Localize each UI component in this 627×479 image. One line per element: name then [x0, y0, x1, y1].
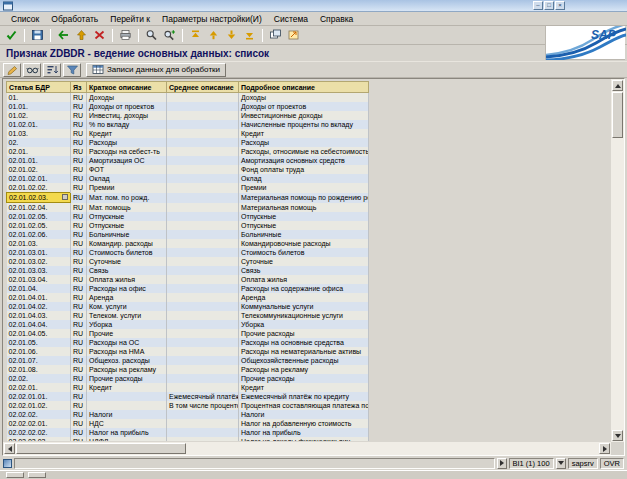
- table-row[interactable]: 02.01.RUРасходы на себест-тьРасходы, отн…: [7, 147, 369, 156]
- table-cell[interactable]: RU: [71, 120, 87, 129]
- table-cell[interactable]: Прочие расходы: [239, 374, 369, 383]
- table-cell[interactable]: Стоимость билетов: [87, 248, 167, 257]
- table-cell[interactable]: Командир. расходы: [87, 239, 167, 248]
- table-cell[interactable]: RU: [71, 401, 87, 410]
- table-cell[interactable]: 02.01.05.: [7, 338, 71, 347]
- table-cell[interactable]: [167, 230, 239, 239]
- table-cell[interactable]: RU: [71, 365, 87, 374]
- table-cell[interactable]: [167, 311, 239, 320]
- table-cell[interactable]: [167, 239, 239, 248]
- column-header-code[interactable]: Статья БДР: [7, 82, 71, 93]
- table-cell[interactable]: RU: [71, 203, 87, 213]
- table-cell[interactable]: RU: [71, 221, 87, 230]
- column-header-long[interactable]: Подробное описание: [239, 82, 369, 93]
- save-button[interactable]: [29, 27, 46, 43]
- table-cell[interactable]: 02.01.02.03.: [7, 193, 71, 203]
- table-cell[interactable]: 02.02.02.03.: [7, 437, 71, 441]
- filter-button[interactable]: [63, 63, 81, 77]
- table-cell[interactable]: Расходы на рекламу: [239, 365, 369, 374]
- table-cell[interactable]: [167, 102, 239, 111]
- table-cell[interactable]: Связь: [87, 266, 167, 275]
- first-page-button[interactable]: [187, 27, 204, 43]
- table-cell[interactable]: [167, 266, 239, 275]
- table-cell[interactable]: 02.01.03.04.: [7, 275, 71, 284]
- table-cell[interactable]: Оклад: [239, 174, 369, 183]
- table-cell[interactable]: 01.: [7, 93, 71, 103]
- table-cell[interactable]: RU: [71, 311, 87, 320]
- table-cell[interactable]: Стоимость билетов: [239, 248, 369, 257]
- table-cell[interactable]: Кредит: [87, 129, 167, 138]
- menu-edit[interactable]: Обработать: [45, 13, 104, 25]
- table-cell[interactable]: Расходы на нематериальные активы: [239, 347, 369, 356]
- table-cell[interactable]: 02.02.02.01.: [7, 419, 71, 428]
- table-cell[interactable]: [167, 383, 239, 392]
- table-row[interactable]: 01.01.RUДоходы от проектовДоходы от прое…: [7, 102, 369, 111]
- table-row[interactable]: 01.02.01.RU% по вкладуНачисленные процен…: [7, 120, 369, 129]
- table-cell[interactable]: Отпускные: [239, 212, 369, 221]
- table-cell[interactable]: [167, 203, 239, 213]
- table-cell[interactable]: RU: [71, 138, 87, 147]
- table-cell[interactable]: Суточные: [87, 257, 167, 266]
- enter-button[interactable]: [3, 27, 20, 43]
- sort-button[interactable]: [43, 63, 61, 77]
- table-cell[interactable]: Налоги: [87, 410, 167, 419]
- table-row[interactable]: 02.01.04.01.RUАрендаАренда: [7, 293, 369, 302]
- table-cell[interactable]: Инвестиционные доходы: [239, 111, 369, 120]
- table-cell[interactable]: RU: [71, 428, 87, 437]
- table-cell[interactable]: [167, 165, 239, 174]
- table-cell[interactable]: Материальная помощь по рождению ребенка: [239, 193, 369, 203]
- table-cell[interactable]: Премии: [87, 183, 167, 193]
- table-cell[interactable]: Ежемесячный платёж по кредиту: [239, 392, 369, 401]
- table-row[interactable]: 02.01.02.RUФОТФонд оплаты труда: [7, 165, 369, 174]
- taskbar-button-2[interactable]: [28, 472, 46, 478]
- table-cell[interactable]: Расходы на рекламу: [87, 365, 167, 374]
- table-cell[interactable]: Доходы от проектов: [87, 102, 167, 111]
- table-cell[interactable]: Расходы, относимые на себестоимость: [239, 147, 369, 156]
- vertical-scrollbar[interactable]: [611, 79, 624, 442]
- table-cell[interactable]: НДС: [87, 419, 167, 428]
- table-row[interactable]: 01.02.RUИнвестиц. доходыИнвестиционные д…: [7, 111, 369, 120]
- table-cell[interactable]: [167, 120, 239, 129]
- table-cell[interactable]: 02.01.02.02.: [7, 183, 71, 193]
- table-cell[interactable]: 02.01.02.01.: [7, 174, 71, 183]
- table-cell[interactable]: Телекоммуникационные услуги: [239, 311, 369, 320]
- table-row[interactable]: 02.01.03.RUКомандир. расходыКомандировоч…: [7, 239, 369, 248]
- table-cell[interactable]: Налог на прибыль: [239, 428, 369, 437]
- table-cell[interactable]: 02.01.08.: [7, 365, 71, 374]
- minimize-button[interactable]: [533, 1, 543, 10]
- table-cell[interactable]: 02.01.02.: [7, 165, 71, 174]
- table-cell[interactable]: [167, 183, 239, 193]
- table-cell[interactable]: Связь: [239, 266, 369, 275]
- find-button[interactable]: [143, 27, 160, 43]
- table-cell[interactable]: [167, 437, 239, 441]
- table-cell[interactable]: 02.01.03.: [7, 239, 71, 248]
- table-cell[interactable]: Аренда: [87, 293, 167, 302]
- back-button[interactable]: [55, 27, 72, 43]
- table-cell[interactable]: 02.01.02.06.: [7, 230, 71, 239]
- table-cell[interactable]: Расходы на себест-ть: [87, 147, 167, 156]
- maximize-button[interactable]: [544, 1, 554, 10]
- table-cell[interactable]: RU: [71, 266, 87, 275]
- table-cell[interactable]: Расходы на НМА: [87, 347, 167, 356]
- table-row[interactable]: 02.01.02.02.RUПремииПремии: [7, 183, 369, 193]
- table-row[interactable]: 02.01.04.02.RUКом. услугиКоммунальные ус…: [7, 302, 369, 311]
- table-cell[interactable]: Больничные: [239, 230, 369, 239]
- table-cell[interactable]: Налог на прибыль: [87, 428, 167, 437]
- table-cell[interactable]: [167, 138, 239, 147]
- taskbar-button-1[interactable]: [6, 472, 24, 478]
- scroll-left-button[interactable]: [4, 443, 15, 454]
- table-cell[interactable]: Прочие расходы: [87, 374, 167, 383]
- table-row[interactable]: 02.01.02.06.RUБольничныеБольничные: [7, 230, 369, 239]
- column-header-medium[interactable]: Среднее описание: [167, 82, 239, 93]
- table-cell[interactable]: Налог на добавленную стоимость: [239, 419, 369, 428]
- table-cell[interactable]: 01.02.01.: [7, 120, 71, 129]
- table-cell[interactable]: 02.01.01.: [7, 156, 71, 165]
- table-row[interactable]: 02.01.05.RUРасходы на ОСРасходы на основ…: [7, 338, 369, 347]
- table-cell[interactable]: RU: [71, 174, 87, 183]
- table-cell[interactable]: [167, 320, 239, 329]
- change-button[interactable]: [3, 63, 21, 77]
- table-cell[interactable]: [167, 347, 239, 356]
- table-row[interactable]: 02.02.RUПрочие расходыПрочие расходы: [7, 374, 369, 383]
- table-cell[interactable]: RU: [71, 102, 87, 111]
- table-row[interactable]: 01.RUДоходыДоходы: [7, 93, 369, 103]
